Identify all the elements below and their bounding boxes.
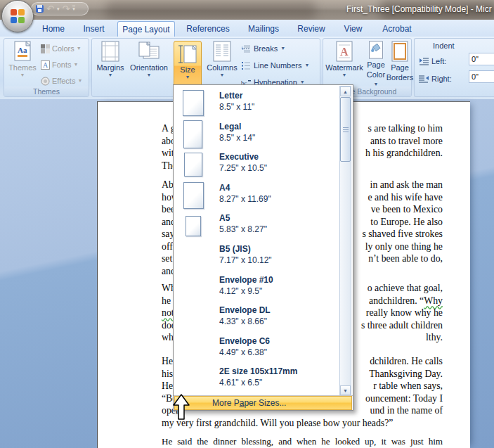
tab-references[interactable]: References (180, 21, 236, 37)
indent-right-icon (419, 75, 429, 83)
glass-reflection (105, 1, 316, 20)
themes-button[interactable]: Aa Themes ▼ (7, 41, 38, 87)
menu-item-b5-jis[interactable]: B5 (JIS)7.17" x 10.12" (174, 241, 339, 272)
tab-view[interactable]: View (337, 21, 370, 37)
margins-caret-icon: ▼ (108, 73, 113, 77)
group-paragraph: Indent Left: Right: (414, 38, 494, 97)
watermark-icon: A (335, 41, 353, 62)
theme-effects-icon (41, 77, 50, 86)
paper-icon (183, 120, 202, 148)
page-color-caret-icon: ▼ (374, 82, 379, 87)
group-label-themes: Themes (4, 87, 89, 96)
columns-button[interactable]: Columns ▼ (204, 41, 240, 87)
orientation-caret-icon: ▼ (147, 73, 152, 77)
office-button[interactable] (1, 0, 34, 32)
paper-icon (184, 153, 202, 177)
theme-fonts-icon: A (41, 60, 50, 70)
scrollbar-thumb[interactable] (340, 97, 351, 162)
undo-icon[interactable]: ↶ (46, 4, 54, 13)
qat-customize-icon[interactable]: ▾ (72, 6, 75, 12)
title-bar[interactable]: ↶ ▾ ↷ ▾ First_Three [Compatibility Mode]… (0, 0, 494, 20)
svg-text:A: A (43, 61, 48, 69)
indent-right-row: Right: (419, 72, 452, 86)
svg-text:Aa: Aa (18, 46, 27, 54)
paper-icon (183, 182, 204, 209)
margins-icon (100, 41, 120, 62)
paper-icon (183, 90, 204, 116)
watermark-button[interactable]: A Watermark ▼ (325, 41, 364, 87)
breaks-button[interactable]: Breaks ▼ (241, 41, 285, 56)
line-numbers-caret-icon: ▼ (304, 63, 309, 68)
redo-icon[interactable]: ↷ (62, 4, 70, 13)
paper-size-menu: Letter8.5" x 11" Legal8.5" x 14" Executi… (173, 84, 353, 411)
menu-item-2e-size[interactable]: 2E size 105x117mm4.61" x 6.5" (174, 364, 339, 395)
colors-caret-icon: ▼ (77, 46, 82, 51)
word-window: ↶ ▾ ↷ ▾ First_Three [Compatibility Mode]… (0, 0, 494, 448)
colors-button[interactable]: Colors ▼ (41, 41, 82, 56)
indent-right-input[interactable] (469, 70, 494, 83)
menu-item-a4[interactable]: A48.27" x 11.69" (174, 180, 339, 211)
menu-item-a5[interactable]: A55.83" x 8.27" (174, 210, 339, 241)
line-numbers-button[interactable]: Line Numbers ▼ (241, 58, 309, 72)
theme-colors-icon (41, 44, 50, 53)
breaks-caret-icon: ▼ (280, 46, 285, 51)
page-color-icon (367, 41, 385, 59)
paper-icon (186, 216, 201, 236)
quick-access-toolbar: ↶ ▾ ↷ ▾ (31, 2, 89, 15)
office-logo-icon (11, 9, 25, 23)
scrollbar-grip (343, 127, 349, 132)
more-paper-sizes-item[interactable]: More Paper Sizes... (174, 396, 352, 410)
group-themes: Aa Themes ▼ Colors ▼ A Fonts (4, 38, 89, 97)
indent-left-input[interactable] (469, 53, 494, 65)
themes-icon: Aa (12, 41, 33, 62)
ribbon-tab-bar: Home Insert Page Layout References Maili… (0, 20, 494, 37)
themes-caret-icon: ▼ (20, 73, 25, 77)
size-icon (178, 43, 197, 64)
indent-label: Indent (433, 41, 455, 50)
scroll-up-icon[interactable]: ▲ (340, 87, 351, 96)
columns-caret-icon: ▼ (220, 73, 225, 77)
menu-item-letter[interactable]: Letter8.5" x 11" (174, 88, 339, 119)
scroll-down-icon[interactable]: ▼ (340, 385, 351, 395)
tab-mailings[interactable]: Mailings (241, 21, 286, 37)
page-borders-button[interactable]: Page Borders (388, 41, 412, 87)
menu-scrollbar[interactable]: ▲ ▼ (339, 86, 351, 396)
fonts-caret-icon: ▼ (74, 63, 79, 67)
page-borders-icon (391, 41, 409, 62)
line-numbers-icon (241, 61, 251, 70)
watermark-caret-icon: ▼ (342, 73, 347, 77)
tab-page-layout[interactable]: Page Layout (117, 21, 175, 37)
effects-button[interactable]: Effects ▼ (41, 74, 82, 88)
tab-insert[interactable]: Insert (75, 21, 112, 37)
undo-caret-icon[interactable]: ▾ (57, 6, 60, 12)
columns-icon (212, 41, 232, 62)
svg-text:A: A (340, 46, 349, 58)
tab-review[interactable]: Review (291, 21, 332, 37)
indent-left-icon (419, 57, 429, 65)
margins-button[interactable]: Margins ▼ (94, 41, 126, 87)
orientation-icon (138, 41, 160, 62)
tab-home[interactable]: Home (37, 21, 70, 37)
effects-caret-icon: ▼ (77, 79, 82, 83)
tab-acrobat[interactable]: Acrobat (375, 21, 420, 37)
menu-item-envelope-c6[interactable]: Envelope C64.49" x 6.38" (174, 333, 339, 364)
breaks-icon (241, 44, 251, 53)
menu-item-legal[interactable]: Legal8.5" x 14" (174, 119, 339, 150)
save-icon[interactable] (36, 5, 44, 13)
fonts-button[interactable]: A Fonts ▼ (41, 58, 78, 72)
size-caret-icon: ▼ (186, 75, 190, 79)
orientation-button[interactable]: Orientation ▼ (128, 41, 170, 87)
menu-item-envelope-10[interactable]: Envelope #104.12" x 9.5" (174, 272, 339, 303)
indent-left-row: Left: (419, 54, 446, 68)
menu-item-executive[interactable]: Executive7.25" x 10.5" (174, 149, 339, 180)
page-color-button[interactable]: Page Color ▼ (364, 41, 388, 87)
grammar-squiggle: Why (424, 295, 443, 306)
window-title: First_Three [Compatibility Mode] - Micr (346, 4, 492, 14)
menu-item-envelope-dl[interactable]: Envelope DL4.33" x 8.66" (174, 302, 339, 333)
paragraph: He said the dinner blessing, and when he… (162, 435, 443, 448)
mouse-cursor (172, 394, 190, 422)
